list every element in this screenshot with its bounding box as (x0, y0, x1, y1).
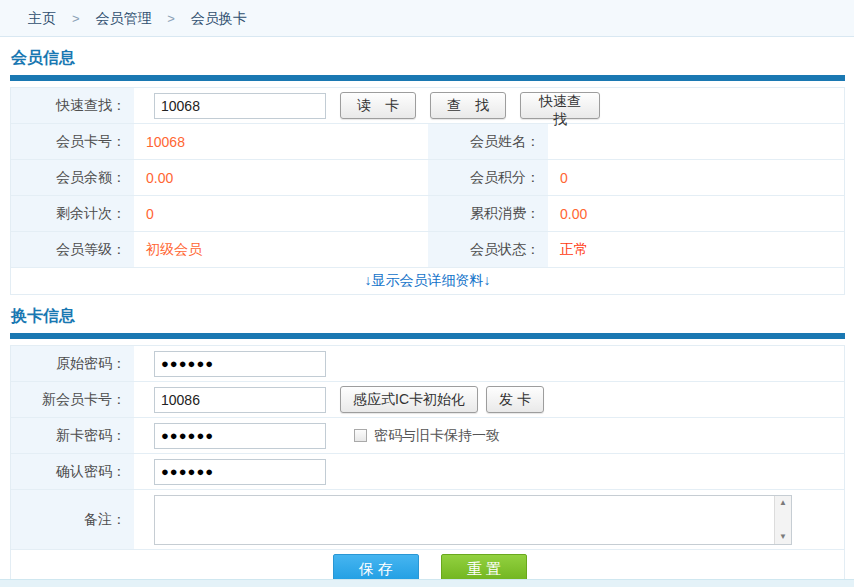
new-card-no-label: 新会员卡号： (11, 382, 134, 417)
card-exchange-title: 换卡信息 (11, 306, 845, 327)
search-button[interactable]: 查 找 (430, 92, 506, 119)
ic-card-init-button[interactable]: 感应式IC卡初始化 (340, 386, 478, 413)
confirm-password-input[interactable] (154, 459, 326, 485)
new-password-input[interactable] (154, 423, 326, 449)
points-value: 0 (548, 160, 844, 195)
remark-row: 备注： ▲ ▼ (11, 490, 844, 550)
table-row: 会员余额： 0.00 会员积分： 0 (11, 160, 844, 196)
points-label: 会员积分： (428, 160, 548, 195)
balance-label: 会员余额： (11, 160, 134, 195)
original-password-input[interactable] (154, 351, 326, 377)
breadcrumb-member-management[interactable]: 会员管理 (95, 10, 151, 26)
remark-textarea[interactable] (155, 496, 774, 544)
member-info-title: 会员信息 (11, 48, 845, 69)
member-level-value: 初级会员 (134, 232, 428, 267)
member-status-value: 正常 (548, 232, 844, 267)
member-info-title-bar (10, 75, 845, 81)
same-password-checkbox[interactable] (354, 429, 367, 442)
member-name-value (548, 124, 844, 159)
total-consume-value: 0.00 (548, 196, 844, 231)
read-card-button[interactable]: 读 卡 (340, 92, 416, 119)
same-password-checkbox-label[interactable]: 密码与旧卡保持一致 (374, 427, 500, 445)
breadcrumb-home[interactable]: 主页 (28, 10, 56, 26)
card-exchange-table: 原始密码： 新会员卡号： 感应式IC卡初始化 发 卡 新卡密码： 密码与旧卡保持… (10, 345, 845, 587)
member-status-label: 会员状态： (428, 232, 548, 267)
scrollbar-up-icon[interactable]: ▲ (779, 499, 787, 507)
card-no-value: 10068 (134, 124, 428, 159)
breadcrumb-separator-icon: > (72, 11, 80, 26)
breadcrumb-current-page: 会员换卡 (191, 10, 247, 26)
remaining-times-label: 剩余计次： (11, 196, 134, 231)
card-no-label: 会员卡号： (11, 124, 134, 159)
member-info-table: 快速查找： 读 卡 查 找 快速查找 会员卡号： 10068 会员姓名： 会员余… (10, 87, 845, 295)
confirm-password-row: 确认密码： (11, 454, 844, 490)
table-row: 会员等级： 初级会员 会员状态： 正常 (11, 232, 844, 268)
original-password-label: 原始密码： (11, 346, 134, 381)
member-name-label: 会员姓名： (428, 124, 548, 159)
remark-box: ▲ ▼ (154, 495, 792, 545)
details-link-row: ↓显示会员详细资料↓ (11, 268, 844, 294)
card-exchange-title-bar (10, 333, 845, 339)
confirm-password-label: 确认密码： (11, 454, 134, 489)
new-password-row: 新卡密码： 密码与旧卡保持一致 (11, 418, 844, 454)
original-password-row: 原始密码： (11, 346, 844, 382)
main-content: 会员信息 快速查找： 读 卡 查 找 快速查找 会员卡号： 10068 会员姓名… (0, 48, 854, 587)
issue-card-button[interactable]: 发 卡 (486, 386, 544, 413)
remaining-times-value: 0 (134, 196, 428, 231)
table-row: 剩余计次： 0 累积消费： 0.00 (11, 196, 844, 232)
new-card-no-row: 新会员卡号： 感应式IC卡初始化 发 卡 (11, 382, 844, 418)
breadcrumb-separator-icon: > (167, 11, 175, 26)
remark-scrollbar[interactable]: ▲ ▼ (774, 496, 791, 544)
breadcrumb: 主页 > 会员管理 > 会员换卡 (0, 0, 854, 37)
quick-search-row: 快速查找： 读 卡 查 找 快速查找 (11, 88, 844, 124)
balance-value: 0.00 (134, 160, 428, 195)
new-password-label: 新卡密码： (11, 418, 134, 453)
total-consume-label: 累积消费： (428, 196, 548, 231)
show-member-details-link[interactable]: ↓显示会员详细资料↓ (365, 272, 491, 290)
quick-search-button[interactable]: 快速查找 (520, 92, 600, 119)
remark-label: 备注： (11, 490, 134, 549)
quick-search-input[interactable] (154, 93, 326, 119)
member-level-label: 会员等级： (11, 232, 134, 267)
quick-search-label: 快速查找： (11, 88, 134, 123)
new-card-no-input[interactable] (154, 387, 326, 413)
table-row: 会员卡号： 10068 会员姓名： (11, 124, 844, 160)
footer-bar (0, 579, 854, 587)
scrollbar-down-icon[interactable]: ▼ (779, 533, 787, 541)
